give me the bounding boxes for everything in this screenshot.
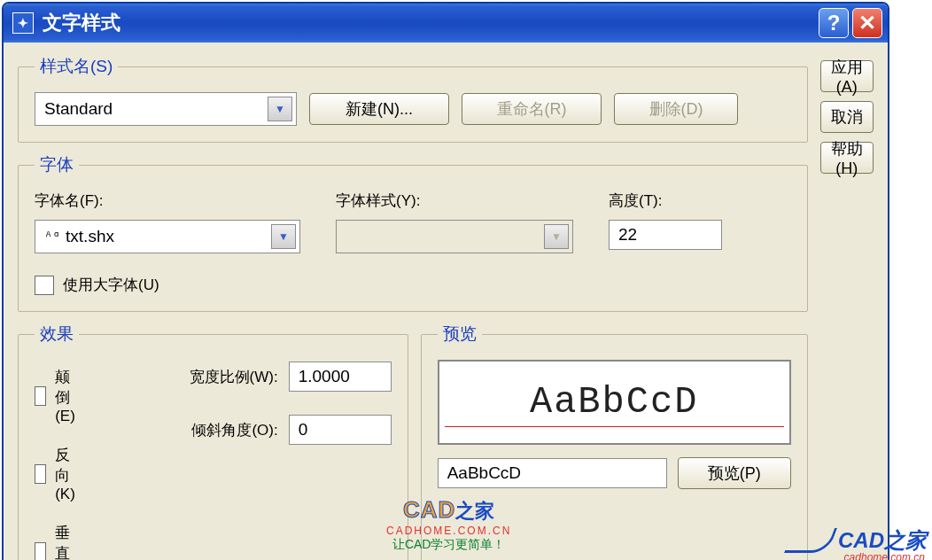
text-style-dialog: ✦ 文字样式 ? ✕ 样式名(S) Standard ▼ 新建(N)... 重命…: [2, 2, 889, 560]
backwards-label: 反向(K): [55, 445, 83, 503]
help-button[interactable]: 帮助(H): [820, 142, 874, 174]
style-name-legend: 样式名(S): [35, 55, 118, 78]
apply-button[interactable]: 应用(A): [820, 60, 874, 92]
font-name-label: 字体名(F):: [35, 191, 300, 211]
style-name-value: Standard: [44, 99, 113, 119]
preview-legend: 预览: [438, 323, 482, 346]
upside-down-checkbox[interactable]: [35, 386, 46, 406]
titlebar: ✦ 文字样式 ? ✕: [4, 4, 888, 43]
shx-icon: ᴬᵅ: [44, 229, 60, 245]
font-name-combo[interactable]: ᴬᵅ txt.shx ▼: [35, 220, 300, 253]
font-style-label: 字体样式(Y):: [336, 191, 573, 211]
chevron-down-icon: ▼: [544, 224, 569, 249]
font-name-value: txt.shx: [66, 227, 114, 246]
delete-button[interactable]: 删除(D): [614, 93, 738, 125]
oblique-angle-input[interactable]: [289, 415, 392, 445]
client-area: 样式名(S) Standard ▼ 新建(N)... 重命名(R) 删除(D): [4, 43, 888, 560]
preview-canvas: AaBbCcD: [438, 360, 791, 445]
preview-button[interactable]: 预览(P): [678, 457, 791, 489]
backwards-checkbox[interactable]: [35, 464, 46, 484]
height-input[interactable]: [609, 220, 722, 250]
preview-text-input[interactable]: [438, 458, 667, 488]
vertical-label: 垂直(V): [55, 523, 83, 560]
font-style-combo: ▼: [336, 220, 573, 253]
effects-group: 效果 颠倒(E) 反向(K): [18, 323, 408, 560]
style-name-combo[interactable]: Standard ▼: [35, 92, 297, 126]
rename-button[interactable]: 重命名(R): [462, 93, 602, 125]
chevron-down-icon[interactable]: ▼: [268, 97, 292, 121]
upside-down-label: 颠倒(E): [55, 367, 83, 425]
width-factor-input[interactable]: [289, 362, 392, 392]
help-icon[interactable]: ?: [819, 8, 849, 38]
new-button[interactable]: 新建(N)...: [309, 93, 449, 125]
chevron-down-icon[interactable]: ▼: [271, 224, 296, 249]
vertical-checkbox[interactable]: [35, 542, 46, 560]
width-factor-label: 宽度比例(W):: [119, 367, 278, 387]
height-label: 高度(T):: [609, 191, 722, 211]
oblique-angle-label: 倾斜角度(O):: [119, 420, 278, 440]
style-name-group: 样式名(S) Standard ▼ 新建(N)... 重命名(R) 删除(D): [18, 55, 808, 143]
preview-group: 预览 AaBbCcD 预览(P): [421, 323, 808, 560]
font-legend: 字体: [35, 153, 79, 176]
effects-legend: 效果: [35, 323, 79, 346]
close-icon[interactable]: ✕: [852, 8, 882, 38]
use-bigfont-label: 使用大字体(U): [63, 275, 159, 295]
window-title: 文字样式: [43, 10, 120, 36]
app-icon: ✦: [12, 12, 34, 34]
font-group: 字体 字体名(F): ᴬᵅ txt.shx ▼ 使用大字体(U): [18, 153, 808, 312]
use-bigfont-checkbox[interactable]: [35, 276, 54, 295]
cancel-button[interactable]: 取消: [820, 101, 874, 133]
